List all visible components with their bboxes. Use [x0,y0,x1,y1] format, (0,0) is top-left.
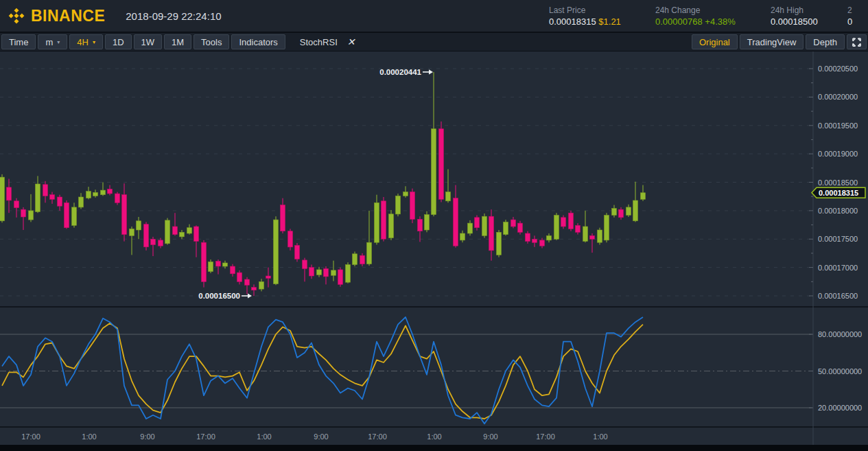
binance-diamond-icon [7,6,26,25]
svg-text:0.00020500: 0.00020500 [818,65,858,73]
app-header: BINANCE 2018-09-29 22:24:10 Last Price 0… [0,0,868,33]
ticker-stats: Last Price 0.00018315 $1.21 24h Change 0… [549,3,868,28]
svg-text:17:00: 17:00 [196,432,215,441]
view-original-button[interactable]: Original [692,34,738,49]
svg-text:0.00019000: 0.00019000 [818,150,858,158]
fullscreen-expand-icon [852,37,862,47]
price-gridlines [0,69,812,296]
last-price-tag: 0.00018315 [812,187,865,198]
interval-1d-button[interactable]: 1D [105,34,132,49]
tools-button[interactable]: Tools [193,34,229,49]
svg-text:1:00: 1:00 [593,432,607,441]
svg-text:0.00020441: 0.00020441 [379,68,421,76]
svg-text:20.00000000: 20.00000000 [818,404,862,412]
interval-minutes-dropdown[interactable]: m ▾ [38,34,67,49]
price-chart[interactable]: 0.000205000.000200000.000195000.00019000… [0,51,868,451]
svg-text:17:00: 17:00 [21,432,40,441]
chart-area: 0.000205000.000200000.000195000.00019000… [0,51,868,451]
svg-text:0.00020000: 0.00020000 [818,93,858,101]
svg-text:80.00000000: 80.00000000 [818,330,862,338]
svg-text:17:00: 17:00 [368,432,387,441]
svg-text:0.00018315: 0.00018315 [819,189,858,197]
svg-text:9:00: 9:00 [483,432,497,441]
interval-1w-button[interactable]: 1W [134,34,163,49]
stat-last-price: Last Price 0.00018315 $1.21 [549,3,655,28]
time-axis: 17:001:009:0017:001:009:0017:001:009:001… [21,432,607,441]
brand-name: BINANCE [31,7,105,25]
fullscreen-button[interactable] [847,34,867,49]
svg-text:50.00000000: 50.00000000 [818,367,862,375]
stochrsi-axis: 80.0000000050.0000000020.00000000 [809,330,862,412]
svg-text:9:00: 9:00 [140,432,154,441]
indicators-button[interactable]: Indicators [231,34,285,49]
stat-24h-low-clipped: 2 0 [847,3,868,28]
change-percent: +4.38% [705,16,735,27]
time-button[interactable]: Time [1,34,36,49]
svg-text:17:00: 17:00 [536,432,555,441]
stat-24h-change: 24h Change 0.00000768 +4.38% [655,3,771,28]
candlesticks [0,72,646,296]
view-depth-button[interactable]: Depth [806,34,845,49]
view-tradingview-button[interactable]: TradingView [740,34,804,49]
svg-text:0.00017500: 0.00017500 [818,235,858,243]
stochrsi-indicator-chip: StochRSI ✕ [293,34,362,49]
svg-text:0.00018000: 0.00018000 [818,207,858,215]
server-clock: 2018-09-29 22:24:10 [126,10,221,22]
price-axis: 0.000205000.000200000.000195000.00019000… [809,51,858,445]
caret-down-icon: ▾ [93,39,95,45]
binance-logo[interactable]: BINANCE [7,6,105,25]
usd-equivalent: $1.21 [598,16,621,27]
svg-text:1:00: 1:00 [257,432,271,441]
interval-1m-button[interactable]: 1M [164,34,191,49]
price-annotations: 0.000204410.00016500 [198,68,433,300]
caret-down-icon: ▾ [57,39,60,45]
remove-indicator-icon[interactable]: ✕ [347,36,355,47]
stat-24h-high: 24h High 0.00018500 [771,3,847,28]
svg-text:0.00016500: 0.00016500 [198,292,240,300]
chart-toolbar: Time m ▾ 4H ▾ 1D 1W 1M Tools Indicators … [0,33,868,51]
svg-text:0.00018500: 0.00018500 [818,178,858,187]
svg-text:1:00: 1:00 [427,432,441,441]
svg-text:0.00019500: 0.00019500 [818,122,858,130]
panel-separators [0,307,868,451]
interval-4h-dropdown[interactable]: 4H ▾ [69,34,103,49]
svg-text:9:00: 9:00 [314,432,328,441]
svg-text:0.00017000: 0.00017000 [818,264,858,272]
svg-text:1:00: 1:00 [82,432,96,441]
svg-text:0.00016500: 0.00016500 [818,292,858,300]
